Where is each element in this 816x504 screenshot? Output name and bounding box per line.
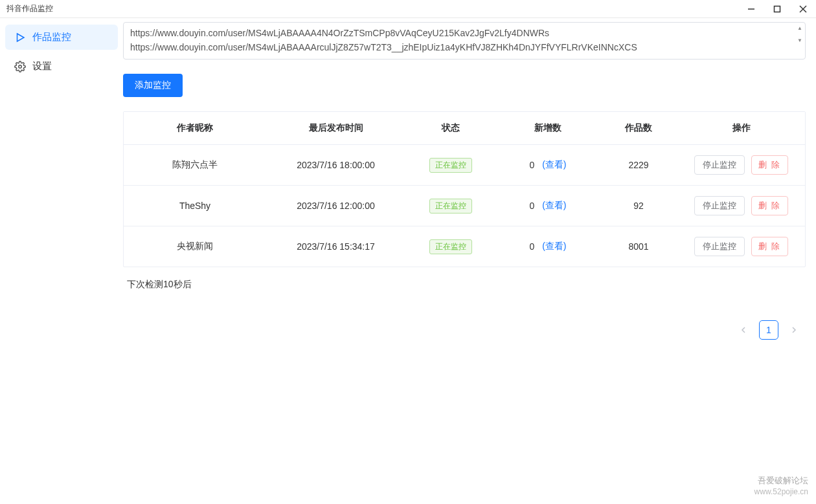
watermark-line2: www.52pojie.cn: [754, 487, 808, 498]
cell-new: 0 (查看): [496, 186, 600, 226]
pagination: 1: [123, 320, 806, 340]
window-title: 抖音作品监控: [6, 3, 53, 14]
cell-new: 0 (查看): [496, 145, 600, 185]
svg-rect-1: [775, 6, 780, 12]
delete-button[interactable]: 删 除: [751, 155, 789, 175]
status-badge: 正在监控: [429, 239, 472, 254]
status-badge: 正在监控: [429, 199, 472, 214]
cell-ops: 停止监控 删 除: [677, 186, 805, 226]
cell-works: 2229: [600, 145, 677, 185]
table-row: 陈翔六点半 2023/7/16 18:00:00 正在监控 0 (查看) 222…: [124, 145, 805, 186]
cell-ops: 停止监控 删 除: [677, 145, 805, 185]
play-icon: [14, 32, 26, 43]
col-header-time: 最后发布时间: [266, 112, 405, 144]
delete-button[interactable]: 删 除: [751, 196, 789, 215]
cell-works: 8001: [600, 226, 677, 267]
col-header-new: 新增数: [496, 112, 600, 144]
pager-page-current[interactable]: 1: [759, 320, 778, 340]
pager-prev[interactable]: [737, 325, 750, 335]
col-header-ops: 操作: [677, 112, 805, 144]
maximize-button[interactable]: [764, 0, 790, 18]
view-link[interactable]: (查看): [542, 241, 566, 252]
watermark-line1: 吾爱破解论坛: [754, 475, 808, 487]
view-link[interactable]: (查看): [542, 200, 566, 212]
cell-time: 2023/7/16 12:00:00: [266, 186, 405, 226]
chevron-down-icon[interactable]: ▼: [797, 38, 802, 43]
view-link[interactable]: (查看): [542, 159, 566, 171]
stop-button[interactable]: 停止监控: [694, 237, 745, 256]
stop-button[interactable]: 停止监控: [694, 155, 745, 175]
watermark: 吾爱破解论坛 www.52pojie.cn: [754, 475, 808, 498]
table-header-row: 作者昵称 最后发布时间 状态 新增数 作品数 操作: [124, 112, 805, 145]
cell-time: 2023/7/16 15:34:17: [266, 226, 405, 267]
close-button[interactable]: [790, 0, 816, 18]
sidebar-item-label: 作品监控: [32, 31, 71, 43]
sidebar-item-settings[interactable]: 设置: [5, 54, 118, 79]
col-header-name: 作者昵称: [124, 112, 266, 144]
cell-name: TheShy: [124, 186, 266, 226]
monitor-table: 作者昵称 最后发布时间 状态 新增数 作品数 操作 陈翔六点半 2023/7/1…: [123, 111, 806, 267]
url-input-container: ▲ ▼: [123, 22, 806, 60]
sidebar: 作品监控 设置: [0, 18, 123, 504]
svg-marker-4: [17, 34, 25, 41]
pager-next[interactable]: [788, 325, 800, 335]
sidebar-item-label: 设置: [32, 60, 52, 72]
cell-time: 2023/7/16 18:00:00: [266, 145, 405, 185]
cell-new: 0 (查看): [496, 226, 600, 267]
stop-button[interactable]: 停止监控: [694, 196, 745, 215]
sidebar-item-monitor[interactable]: 作品监控: [5, 25, 118, 50]
col-header-status: 状态: [405, 112, 496, 144]
cell-name: 陈翔六点半: [124, 145, 266, 185]
next-check-text: 下次检测10秒后: [123, 267, 806, 302]
add-monitor-button[interactable]: 添加监控: [123, 74, 183, 97]
chevron-up-icon[interactable]: ▲: [797, 25, 802, 31]
cell-works: 92: [600, 186, 677, 226]
window-controls: [738, 0, 816, 18]
url-textarea[interactable]: [130, 27, 786, 55]
table-row: 央视新闻 2023/7/16 15:34:17 正在监控 0 (查看) 8001…: [124, 226, 805, 267]
titlebar: 抖音作品监控: [0, 0, 816, 18]
cell-status: 正在监控: [405, 145, 496, 185]
svg-point-5: [19, 65, 22, 68]
gear-icon: [14, 61, 26, 72]
cell-name: 央视新闻: [124, 226, 266, 267]
cell-status: 正在监控: [405, 186, 496, 226]
delete-button[interactable]: 删 除: [751, 237, 789, 256]
table-row: TheShy 2023/7/16 12:00:00 正在监控 0 (查看) 92…: [124, 186, 805, 226]
status-badge: 正在监控: [429, 158, 472, 173]
cell-status: 正在监控: [405, 226, 496, 267]
cell-ops: 停止监控 删 除: [677, 226, 805, 267]
col-header-works: 作品数: [600, 112, 677, 144]
spinner-arrows[interactable]: ▲ ▼: [797, 25, 802, 43]
minimize-button[interactable]: [738, 0, 764, 18]
